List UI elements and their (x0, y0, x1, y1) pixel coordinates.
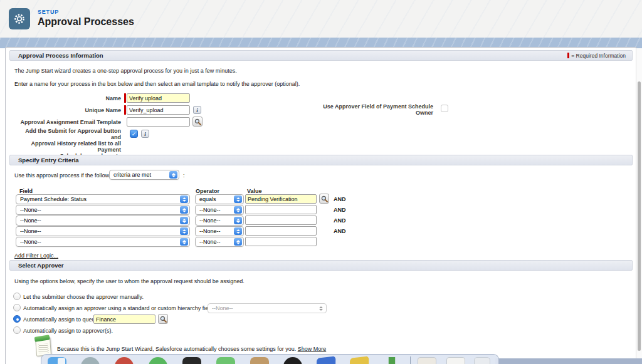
select-stepper-icon (180, 195, 188, 203)
radio-hierarchy-field[interactable] (13, 304, 21, 311)
add-submit-button-checkbox[interactable] (130, 130, 138, 138)
and-label: AND (334, 207, 346, 213)
setup-eyebrow: SETUP (38, 9, 59, 15)
name-label: Name (14, 95, 121, 101)
select-stepper-icon (317, 304, 325, 312)
select-stepper-icon (234, 195, 242, 203)
select-stepper-icon (234, 238, 242, 246)
background-band (495, 358, 642, 364)
section-title: Select Approver (18, 262, 64, 269)
required-bar-icon (124, 105, 126, 115)
black-record-dock-icon[interactable] (283, 357, 302, 364)
required-legend: = Required Information (567, 53, 626, 59)
lookup-icon[interactable] (319, 194, 329, 204)
magnifier-icon (160, 316, 167, 323)
column-header-field: Field (19, 188, 33, 194)
value-input-5[interactable] (245, 237, 317, 246)
add-filter-logic-link[interactable]: Add Filter Logic... (14, 252, 58, 259)
radio-assign-to-approvers-label: Automatically assign to approver(s). (23, 328, 113, 334)
setup-header: SETUP Approval Processes (0, 0, 642, 38)
intro-line-2: Enter a name for your process in the box… (14, 81, 300, 87)
value-input-3[interactable] (245, 216, 317, 225)
list-doc-dock-icon[interactable] (446, 357, 465, 364)
show-more-link[interactable]: Show More (298, 346, 327, 352)
section-header-select-approver: Select Approver (9, 260, 633, 271)
field-select-2[interactable]: --None-- (16, 205, 190, 215)
field-select-1[interactable]: Payment Schedule: Status (16, 194, 190, 204)
field-select-3[interactable]: --None-- (16, 216, 190, 226)
vertical-scrollbar[interactable] (636, 48, 642, 358)
select-stepper-icon (180, 217, 188, 224)
criteria-met-select[interactable]: criteria are met (109, 170, 179, 180)
gray-globe-dock-icon[interactable] (81, 357, 100, 364)
blue-flag-dock-icon[interactable] (317, 356, 336, 364)
and-label: AND (334, 196, 346, 202)
green-download-arrow-dock-icon[interactable] (384, 357, 400, 364)
select-stepper-icon (234, 217, 242, 224)
page-title: Approval Processes (38, 16, 134, 28)
value-input-4[interactable] (245, 226, 317, 236)
magnifier-icon (321, 195, 328, 202)
radio-assign-to-queue[interactable] (13, 315, 21, 323)
unique-name-label: Unique Name (14, 107, 121, 113)
radio-hierarchy-field-label: Automatically assign an approver using a… (23, 305, 214, 311)
radio-assign-to-queue-label: Automatically assign to queue. (23, 316, 100, 323)
queue-input[interactable] (93, 315, 155, 324)
radio-assign-to-approvers[interactable] (13, 326, 21, 334)
jump-start-note: Because this is the Jump Start Wizard, S… (57, 346, 326, 352)
section-title: Specify Entry Criteria (18, 157, 79, 164)
green-tool-dock-icon[interactable] (216, 357, 235, 364)
scrollbar-thumb[interactable] (638, 81, 641, 351)
operator-select-4[interactable]: --None-- (195, 226, 244, 236)
required-bar-icon (124, 93, 126, 103)
info-icon[interactable]: i (141, 130, 149, 138)
column-header-operator: Operator (196, 188, 219, 194)
email-template-input[interactable] (127, 117, 190, 127)
and-label: AND (334, 217, 346, 224)
radio-submitter-chooses[interactable] (13, 293, 21, 300)
and-label: AND (334, 228, 346, 234)
operator-select-5[interactable]: --None-- (195, 237, 244, 247)
email-template-label: Approval Assignment Email Template (14, 119, 121, 125)
select-stepper-icon (180, 206, 188, 214)
wizard-panel: Approval Process Information = Required … (5, 47, 637, 364)
use-approver-field-label: Use Approver Field of Payment Schedule O… (276, 103, 433, 116)
black-display-dock-icon[interactable] (182, 357, 201, 364)
green-app-dock-icon[interactable] (149, 357, 167, 364)
finder-dock-icon[interactable] (48, 357, 66, 364)
photo-dock-icon[interactable] (250, 357, 269, 364)
select-stepper-icon (234, 206, 242, 214)
unique-name-input[interactable] (127, 105, 190, 115)
value-input-1[interactable] (245, 194, 317, 204)
value-input-2[interactable] (245, 205, 317, 214)
info-icon[interactable]: i (193, 106, 201, 114)
select-stepper-icon (180, 227, 188, 235)
lookup-icon[interactable] (192, 117, 203, 127)
select-stepper-icon (234, 227, 242, 235)
column-header-value: Value (247, 188, 262, 194)
criteria-intro: Use this approval process if the followi… (14, 172, 117, 179)
macos-dock[interactable] (41, 354, 499, 364)
lookup-icon[interactable] (158, 314, 168, 324)
select-stepper-icon (169, 171, 177, 179)
dock-divider-dock-icon (410, 356, 411, 364)
red-app-dock-icon[interactable] (115, 357, 134, 364)
operator-select-3[interactable]: --None-- (195, 216, 244, 226)
setup-gear-tile (9, 8, 30, 29)
intro-line-1: The Jump Start wizard creates a one-step… (14, 68, 237, 74)
gear-icon (13, 12, 26, 26)
select-stepper-icon (180, 238, 188, 246)
required-bar-icon (567, 53, 569, 58)
name-input[interactable] (127, 93, 190, 103)
field-select-5[interactable]: --None-- (16, 237, 190, 247)
receipt-doc-dock-icon[interactable] (418, 357, 436, 364)
field-select-4[interactable]: --None-- (16, 226, 190, 236)
operator-select-1[interactable]: equals (195, 194, 244, 204)
yellow-note-dock-icon[interactable] (350, 356, 369, 364)
operator-select-2[interactable]: --None-- (195, 205, 244, 215)
section-header-specify-entry-criteria: Specify Entry Criteria (9, 155, 633, 165)
use-approver-field-checkbox[interactable] (441, 105, 448, 112)
trash-dock-icon[interactable] (474, 357, 490, 364)
section-title: Approval Process Information (18, 52, 103, 59)
hierarchy-field-select: --None-- (208, 303, 327, 313)
